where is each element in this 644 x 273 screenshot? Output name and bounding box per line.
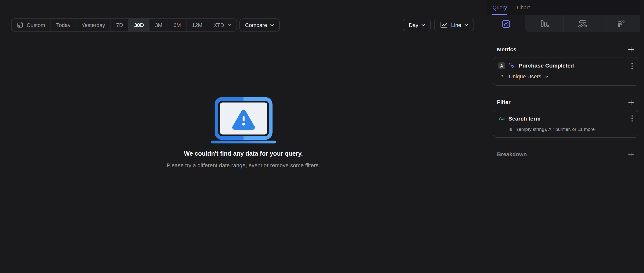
metric-event-name[interactable]: Purchase Completed <box>519 63 628 69</box>
funnel-bars-icon <box>539 19 549 28</box>
aggregation-symbol: # <box>498 73 505 79</box>
date-range-xtd-label: XTD <box>213 22 224 28</box>
report-type-tabs <box>487 15 640 32</box>
filter-title: Filter <box>497 99 510 105</box>
app-window: Custom Today Yesterday 7D 30D 3M 6M 12M … <box>0 0 644 273</box>
chevron-down-icon <box>270 24 274 26</box>
date-range-segmented-control: Custom Today Yesterday 7D 30D 3M 6M 12M … <box>11 18 237 31</box>
filter-operator[interactable]: Is <box>508 127 512 132</box>
compare-label: Compare <box>245 22 267 28</box>
granularity-dropdown[interactable]: Day <box>403 19 431 31</box>
filter-card[interactable]: Aa Search term Is (empty string), Air pu… <box>493 110 638 138</box>
report-type-retention-tab[interactable] <box>602 15 640 32</box>
date-range-6m[interactable]: 6M <box>168 19 186 31</box>
query-builder-body: Metrics A Purchase <box>487 46 644 157</box>
date-range-7d[interactable]: 7D <box>111 19 129 31</box>
metric-options-kebab-icon[interactable] <box>631 63 633 69</box>
compare-button[interactable]: Compare <box>240 18 280 31</box>
date-range-12m[interactable]: 12M <box>186 19 208 31</box>
breakdown-section-header: Breakdown <box>493 151 638 157</box>
panel-scrollbar-gutter[interactable] <box>640 0 644 273</box>
filter-values-summary[interactable]: (empty string), Air purifier, or 11 more <box>517 127 595 132</box>
tab-chart[interactable]: Chart <box>516 0 530 15</box>
tab-query[interactable]: Query <box>492 0 508 15</box>
metric-series-badge: A <box>498 62 505 69</box>
flows-icon <box>578 19 588 28</box>
add-breakdown-button[interactable] <box>628 151 634 157</box>
date-range-custom-label: Custom <box>27 22 45 28</box>
aggregation-dropdown-label[interactable]: Unique Users <box>509 73 541 79</box>
filter-options-kebab-icon[interactable] <box>631 115 633 122</box>
chart-type-label: Line <box>451 22 461 28</box>
chevron-down-icon <box>227 24 231 26</box>
date-range-today[interactable]: Today <box>51 19 76 31</box>
filter-property-name[interactable]: Search term <box>508 115 628 122</box>
chevron-down-icon[interactable] <box>545 75 549 78</box>
report-canvas: Custom Today Yesterday 7D 30D 3M 6M 12M … <box>0 0 487 273</box>
report-type-funnels-tab[interactable] <box>525 15 564 32</box>
date-range-toolbar: Custom Today Yesterday 7D 30D 3M 6M 12M … <box>11 18 280 31</box>
query-builder-panel: Query Chart <box>487 0 644 273</box>
chevron-down-icon <box>422 24 425 26</box>
calendar-icon <box>17 21 24 28</box>
empty-state-subtitle: Please try a different date range, event… <box>167 162 320 168</box>
date-range-30d-selected[interactable]: 30D <box>129 19 150 31</box>
metrics-title: Metrics <box>497 46 516 52</box>
report-type-flows-tab[interactable] <box>564 15 602 32</box>
empty-state-title: We couldn't find any data for your query… <box>184 150 303 157</box>
report-type-insights-tab-active[interactable] <box>487 15 525 32</box>
granularity-label: Day <box>409 22 418 28</box>
date-range-xtd-dropdown[interactable]: XTD <box>208 19 236 31</box>
panel-tabs: Query Chart <box>487 0 644 15</box>
metrics-section-header: Metrics <box>493 46 638 52</box>
line-chart-icon <box>440 21 448 28</box>
metric-card[interactable]: A Purchase Completed <box>493 57 638 86</box>
chart-type-dropdown[interactable]: Line <box>434 19 474 31</box>
no-data-laptop-illustration <box>211 97 276 144</box>
event-click-icon <box>508 62 516 69</box>
insights-chart-icon <box>502 19 511 28</box>
add-filter-button[interactable] <box>628 99 634 105</box>
breakdown-title: Breakdown <box>497 151 527 157</box>
chevron-down-icon <box>464 24 468 26</box>
filter-section-header: Filter <box>493 99 638 105</box>
date-range-yesterday[interactable]: Yesterday <box>76 19 111 31</box>
view-controls: Day Line <box>403 19 474 31</box>
string-property-type-icon: Aa <box>498 116 505 121</box>
date-range-3m[interactable]: 3M <box>150 19 168 31</box>
date-range-custom-button[interactable]: Custom <box>12 19 51 31</box>
dot-grid-icon <box>616 19 626 28</box>
empty-state: We couldn't find any data for your query… <box>0 97 487 169</box>
add-metric-button[interactable] <box>628 46 634 52</box>
